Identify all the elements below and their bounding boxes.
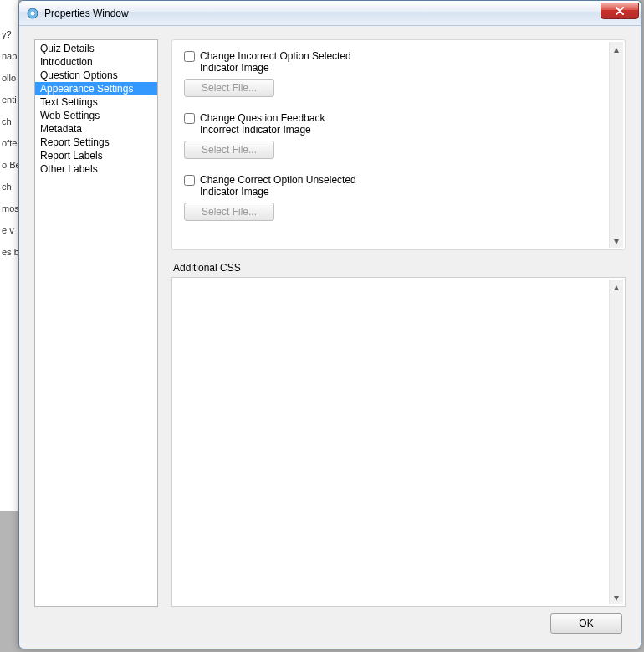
content-pane: ▴ ▾ Change Incorrect Option SelectedIndi… [171, 39, 626, 607]
image-override-option: Change Correct Option UnselectedIndicato… [184, 174, 596, 221]
nav-item[interactable]: Other Labels [35, 162, 157, 176]
option-label: Change Incorrect Option SelectedIndicato… [200, 50, 351, 74]
nav-item[interactable]: Question Options [35, 69, 157, 82]
scroll-up-icon[interactable]: ▴ [610, 42, 623, 56]
select-file-button[interactable]: Select File... [184, 141, 274, 159]
properties-dialog: Properties Window Quiz DetailsIntroducti… [18, 0, 641, 649]
scroll-down-icon[interactable]: ▾ [610, 234, 623, 248]
nav-item[interactable]: Web Settings [35, 109, 157, 122]
window-title: Properties Window [44, 8, 129, 19]
background-text-fragment: e v [0, 225, 18, 235]
nav-item[interactable]: Appearance Settings [35, 82, 157, 95]
options-panel: ▴ ▾ Change Incorrect Option SelectedIndi… [171, 39, 626, 250]
css-scrollbar[interactable]: ▴ ▾ [609, 280, 623, 604]
nav-item[interactable]: Introduction [35, 55, 157, 69]
dialog-footer: OK [34, 607, 626, 640]
background-text-fragment: enti [0, 95, 18, 105]
titlebar[interactable]: Properties Window [19, 1, 641, 26]
background-text-fragment: mos [0, 203, 18, 213]
additional-css-textarea[interactable]: ▴ ▾ [171, 277, 626, 607]
option-checkbox[interactable] [184, 175, 195, 186]
nav-item[interactable]: Text Settings [35, 95, 157, 109]
select-file-button[interactable]: Select File... [184, 79, 274, 97]
image-override-option: Change Question FeedbackIncorrect Indica… [184, 112, 596, 159]
scroll-down-icon[interactable]: ▾ [610, 590, 623, 604]
close-icon [616, 7, 624, 15]
app-icon [26, 7, 39, 20]
scroll-up-icon[interactable]: ▴ [610, 280, 623, 294]
background-text-fragment: nap [0, 51, 18, 61]
background-text-fragment: ollo [0, 73, 18, 83]
background-window-edge: y?napolloentichofteo Bechmose ves b [0, 0, 18, 511]
nav-item[interactable]: Metadata [35, 122, 157, 136]
close-button[interactable] [601, 3, 639, 19]
background-text-fragment: es b [0, 247, 18, 257]
additional-css-label: Additional CSS [173, 262, 626, 274]
background-text-fragment: ofte [0, 138, 18, 148]
nav-item[interactable]: Report Settings [35, 136, 157, 149]
dialog-body: Quiz DetailsIntroductionQuestion Options… [19, 26, 641, 649]
background-text-fragment: y? [0, 29, 18, 39]
option-label: Change Question FeedbackIncorrect Indica… [200, 112, 325, 136]
nav-item[interactable]: Quiz Details [35, 42, 157, 55]
background-text-fragment: ch [0, 116, 18, 126]
background-text-fragment: ch [0, 182, 18, 192]
ok-button[interactable]: OK [550, 613, 622, 634]
nav-item[interactable]: Report Labels [35, 149, 157, 162]
svg-point-1 [31, 11, 35, 15]
option-checkbox[interactable] [184, 113, 195, 124]
background-text-fragment: o Be [0, 160, 18, 170]
option-checkbox[interactable] [184, 51, 195, 62]
image-override-option: Change Incorrect Option SelectedIndicato… [184, 50, 596, 97]
category-nav: Quiz DetailsIntroductionQuestion Options… [34, 39, 158, 607]
options-scrollbar[interactable]: ▴ ▾ [609, 42, 623, 248]
option-label: Change Correct Option UnselectedIndicato… [200, 174, 356, 198]
select-file-button[interactable]: Select File... [184, 203, 274, 221]
